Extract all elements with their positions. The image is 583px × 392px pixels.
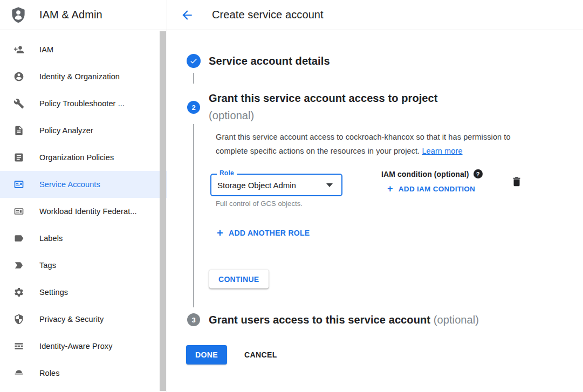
sidebar-item-label: Policy Analyzer [39,126,93,135]
plus-icon: + [217,228,223,238]
sidebar-item-workload-identity-federation[interactable]: Workload Identity Federat... [0,198,167,225]
sidebar-item-label: Workload Identity Federat... [39,207,137,216]
stepper-connector [193,73,194,84]
stepper-connector [193,124,194,307]
role-helper-text: Full control of GCS objects. [216,200,303,208]
service-account-icon [13,179,24,190]
sidebar-header: IAM & Admin [0,0,167,30]
role-field-label: Role [217,169,237,177]
step2-number-badge: 2 [187,101,200,114]
iam-shield-logo-icon [9,5,28,25]
step2-optional-label: (optional) [209,108,438,123]
cancel-button[interactable]: CANCEL [244,350,277,359]
step2-description: Grant this service account access to coc… [216,130,533,158]
app-title: IAM & Admin [39,9,102,21]
sidebar-item-label: Labels [39,234,63,243]
sidebar-item-label: Privacy & Security [39,315,104,324]
sidebar-item-label: Identity & Organization [39,72,120,81]
iam-condition-section: IAM condition (optional) ? + ADD IAM CON… [381,169,483,194]
step3-header[interactable]: 3 Grant users access to this service acc… [187,313,479,326]
step3-title: Grant users access to this service accou… [209,314,430,326]
wrench-icon [13,98,24,109]
roles-hat-icon [13,368,24,379]
add-another-role-button[interactable]: + ADD ANOTHER ROLE [217,228,310,238]
add-iam-condition-button[interactable]: + ADD IAM CONDITION [387,184,483,194]
account-circle-icon [13,71,24,82]
learn-more-link[interactable]: Learn more [422,147,462,155]
page-title: Create service account [212,9,324,21]
label-icon [13,233,24,244]
security-shield-icon [13,314,24,325]
sidebar-item-policy-troubleshooter[interactable]: Policy Troubleshooter ... [0,90,167,117]
sidebar-item-tags[interactable]: Tags [0,252,167,279]
sidebar-item-label: Roles [39,369,60,377]
form-actions: DONE CANCEL [186,345,277,365]
step2-title: Grant this service account access to pro… [209,92,438,104]
card-icon [13,206,24,217]
step1-completed-check-icon [187,54,201,68]
sidebar-item-service-accounts[interactable]: Service Accounts [0,171,167,198]
sidebar-item-iam[interactable]: IAM [0,36,167,63]
sidebar-item-labels[interactable]: Labels [0,225,167,252]
sidebar-item-label: IAM [39,45,53,54]
sidebar-item-label: Service Accounts [39,180,100,189]
main-content: Service account details 2 Grant this ser… [167,30,583,392]
sidebar-item-organization-policies[interactable]: Organization Policies [0,144,167,171]
step1-title: Service account details [209,55,330,67]
step2-heading: Grant this service account access to pro… [209,91,438,123]
step2-header: 2 Grant this service account access to p… [187,91,438,123]
article-icon [13,152,24,163]
sidebar-item-label: Tags [39,261,56,270]
iam-admin-app: IAM & Admin Create service account IAMId… [0,0,583,392]
continue-button[interactable]: CONTINUE [209,270,269,288]
sidebar-item-identity-aware-proxy[interactable]: Identity-Aware Proxy [0,333,167,360]
step3-optional-label: (optional) [434,314,479,326]
sidebar-item-label: Organization Policies [39,153,114,162]
back-arrow-icon[interactable] [180,8,194,22]
step3-heading: Grant users access to this service accou… [209,314,479,326]
sidebar-item-label: Identity-Aware Proxy [39,342,113,350]
tag-arrow-icon [13,260,24,271]
dropdown-caret-icon [326,183,333,187]
step1-header[interactable]: Service account details [187,54,330,68]
help-icon[interactable]: ? [474,169,483,178]
plus-icon: + [387,184,393,194]
sidebar-item-privacy-security[interactable]: Privacy & Security [0,306,167,333]
person-add-icon [13,44,24,55]
policy-analyzer-icon [13,125,24,136]
step3-number-badge: 3 [187,313,200,326]
sidebar-item-label: Policy Troubleshooter ... [39,99,125,108]
sidebar-item-label: Settings [39,288,68,297]
proxy-icon [13,341,24,352]
role-select[interactable]: Storage Object Admin [210,174,342,196]
page-header: Create service account [167,0,583,30]
sidebar-scrollbar[interactable] [160,31,166,391]
sidebar-nav: IAMIdentity & OrganizationPolicy Trouble… [0,30,167,392]
iam-condition-label: IAM condition (optional) [381,170,469,178]
delete-role-trash-icon[interactable] [511,176,524,189]
done-button[interactable]: DONE [186,345,227,365]
sidebar-item-settings[interactable]: Settings [0,279,167,306]
role-select-value: Storage Object Admin [217,181,296,190]
sidebar-item-roles[interactable]: Roles [0,360,167,387]
sidebar-item-identity-organization[interactable]: Identity & Organization [0,63,167,90]
gear-icon [13,287,24,298]
sidebar-item-policy-analyzer[interactable]: Policy Analyzer [0,117,167,144]
